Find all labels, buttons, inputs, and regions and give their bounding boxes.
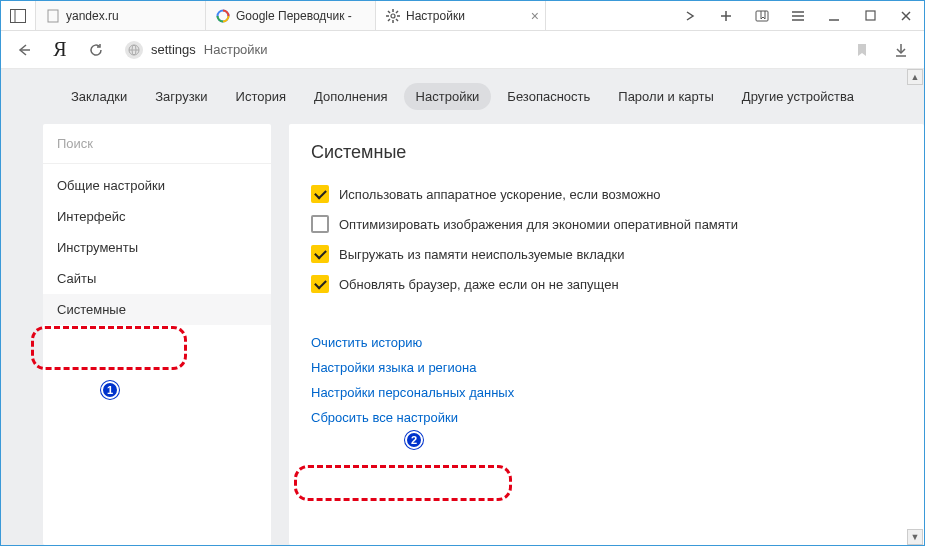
setting-label: Выгружать из памяти неиспользуемые вклад… (339, 247, 625, 262)
address-field[interactable]: settings Настройки (117, 36, 880, 64)
bookmark-icon[interactable] (856, 43, 868, 57)
titlebar-controls (672, 1, 924, 30)
tab-scroll-right-icon[interactable] (672, 1, 708, 31)
titlebar: yandex.ru Google Переводчик - Настройки … (1, 1, 924, 31)
bookmarks-icon[interactable] (744, 1, 780, 31)
address-bar: Я settings Настройки (1, 31, 924, 69)
tab-settings[interactable]: Настройки × (376, 1, 546, 30)
topnav-bookmarks[interactable]: Закладки (59, 83, 139, 110)
new-tab-button[interactable] (708, 1, 744, 31)
svg-line-12 (396, 11, 398, 13)
downloads-button[interactable] (886, 35, 916, 65)
sidebar-item-tools[interactable]: Инструменты (43, 232, 271, 263)
svg-line-9 (388, 11, 390, 13)
sidebar-item-sites[interactable]: Сайты (43, 263, 271, 294)
link-language-region[interactable]: Настройки языка и региона (311, 360, 477, 375)
link-clear-history[interactable]: Очистить историю (311, 335, 422, 350)
setting-row: Выгружать из памяти неиспользуемые вклад… (311, 239, 902, 269)
svg-rect-0 (11, 9, 26, 22)
topnav-settings[interactable]: Настройки (404, 83, 492, 110)
google-icon (216, 9, 230, 23)
menu-icon[interactable] (780, 1, 816, 31)
link-reset-settings[interactable]: Сбросить все настройки (311, 410, 458, 425)
topnav-other-devices[interactable]: Другие устройства (730, 83, 866, 110)
topnav-downloads[interactable]: Загрузки (143, 83, 219, 110)
svg-point-4 (391, 14, 395, 18)
sidebar-search[interactable]: Поиск (43, 124, 271, 164)
close-icon[interactable]: × (531, 8, 539, 24)
topnav-addons[interactable]: Дополнения (302, 83, 400, 110)
reload-button[interactable] (81, 35, 111, 65)
links-section: Очистить историю Настройки языка и регио… (311, 335, 902, 425)
setting-label: Оптимизировать изображения для экономии … (339, 217, 738, 232)
svg-rect-20 (866, 11, 875, 20)
checkbox-unload-tabs[interactable] (311, 245, 329, 263)
window-minimize-button[interactable] (816, 1, 852, 31)
setting-label: Обновлять браузер, даже если он не запущ… (339, 277, 619, 292)
checkbox-hardware-accel[interactable] (311, 185, 329, 203)
svg-line-11 (388, 19, 390, 21)
settings-sidebar: Поиск Общие настройки Интерфейс Инструме… (43, 124, 271, 545)
tab-google-translate[interactable]: Google Переводчик - (206, 1, 376, 30)
address-page-title: Настройки (204, 42, 268, 57)
sidebar-item-interface[interactable]: Интерфейс (43, 201, 271, 232)
checkbox-optimize-images[interactable] (311, 215, 329, 233)
svg-rect-15 (756, 11, 768, 21)
address-domain: settings (151, 42, 196, 57)
topnav-security[interactable]: Безопасность (495, 83, 602, 110)
topnav-history[interactable]: История (224, 83, 298, 110)
tab-strip: yandex.ru Google Переводчик - Настройки … (36, 1, 672, 30)
setting-row: Обновлять браузер, даже если он не запущ… (311, 269, 902, 299)
setting-label: Использовать аппаратное ускорение, если … (339, 187, 661, 202)
tab-label: Google Переводчик - (236, 9, 352, 23)
sidebar-item-general[interactable]: Общие настройки (43, 170, 271, 201)
panel-toggle-icon[interactable] (1, 1, 35, 30)
yandex-home-button[interactable]: Я (45, 35, 75, 65)
scroll-up-button[interactable]: ▲ (907, 69, 923, 85)
page-icon (46, 9, 60, 23)
checkbox-update-offline[interactable] (311, 275, 329, 293)
site-icon (125, 41, 143, 59)
gear-icon (386, 9, 400, 23)
tab-label: yandex.ru (66, 9, 119, 23)
svg-rect-2 (48, 10, 58, 22)
settings-top-nav: Закладки Загрузки История Дополнения Нас… (1, 69, 924, 124)
content-area: Закладки Загрузки История Дополнения Нас… (1, 69, 924, 545)
scroll-down-button[interactable]: ▼ (907, 529, 923, 545)
settings-main-panel: Системные Использовать аппаратное ускоре… (289, 124, 924, 545)
sidebar-item-system[interactable]: Системные (43, 294, 271, 325)
link-personal-data[interactable]: Настройки персональных данных (311, 385, 514, 400)
window-close-button[interactable] (888, 1, 924, 31)
section-heading: Системные (311, 142, 902, 163)
back-button[interactable] (9, 35, 39, 65)
setting-row: Использовать аппаратное ускорение, если … (311, 179, 902, 209)
window-maximize-button[interactable] (852, 1, 888, 31)
svg-line-10 (396, 19, 398, 21)
setting-row: Оптимизировать изображения для экономии … (311, 209, 902, 239)
topnav-passwords[interactable]: Пароли и карты (606, 83, 726, 110)
tab-yandex[interactable]: yandex.ru (36, 1, 206, 30)
tab-label: Настройки (406, 9, 465, 23)
